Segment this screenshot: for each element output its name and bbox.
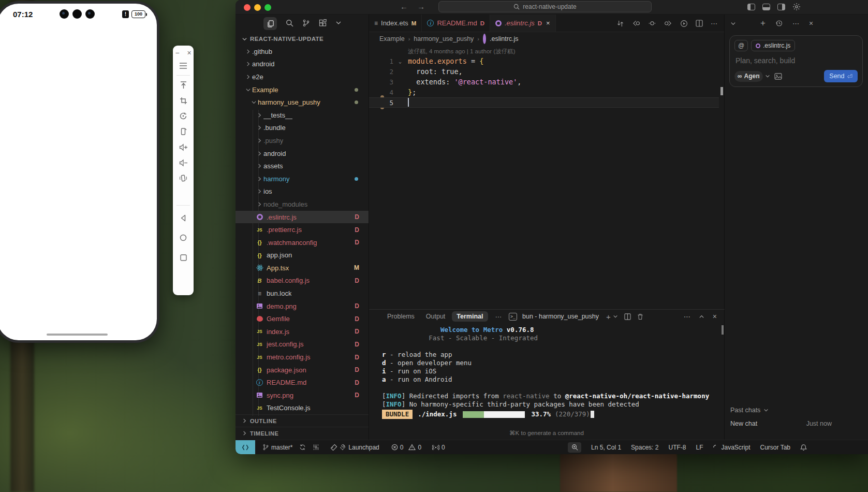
compare-changes-icon[interactable] (616, 20, 624, 27)
rotate-ccw-icon[interactable] (176, 108, 190, 124)
breadcrumb-item[interactable]: Example (379, 35, 405, 42)
breadcrumb-item[interactable]: harmony_use_pushy (414, 35, 474, 42)
language-mode-item[interactable]: JavaScript (713, 444, 750, 451)
editor-scrollbar[interactable] (720, 87, 723, 95)
chat-input-box[interactable]: @ .eslintrc.js Plan, search, build ∞ Age… (729, 35, 863, 87)
close-chat-panel-icon[interactable]: × (809, 19, 813, 27)
nav-home-icon[interactable] (176, 230, 190, 245)
menu-icon[interactable] (176, 58, 190, 74)
code-line-3[interactable]: 3 extends: '@react-native', (369, 77, 719, 87)
eol-item[interactable]: LF (696, 444, 703, 451)
panel-more-actions-icon[interactable]: ⋯ (684, 313, 690, 321)
split-terminal-icon[interactable] (624, 313, 631, 320)
cursor-tab-item[interactable]: Cursor Tab (760, 444, 790, 451)
chevron-down-icon[interactable] (730, 21, 736, 26)
tree-folder-android[interactable]: android (236, 147, 369, 160)
fold-icon[interactable]: ⌄ (395, 59, 405, 64)
tree-file-.watchmanconfig[interactable]: {}.watchmanconfigD (236, 236, 369, 249)
toggle-sidebar-icon[interactable] (747, 4, 755, 10)
rotate-screen-icon[interactable] (176, 124, 190, 139)
toggle-secondary-sidebar-icon[interactable] (777, 4, 785, 10)
indentation-item[interactable]: Spaces: 2 (631, 444, 658, 451)
nav-recents-icon[interactable] (176, 250, 190, 265)
maximize-panel-icon[interactable] (699, 314, 704, 320)
command-center-search[interactable]: react-native-update (438, 1, 652, 12)
nav-back-icon[interactable] (176, 210, 190, 226)
search-view-icon[interactable] (286, 19, 293, 28)
tree-folder-ios[interactable]: ios (236, 185, 369, 198)
tree-folder-.github[interactable]: .github (236, 45, 369, 58)
sidebar-section-timeline[interactable]: TIMELINE (236, 427, 369, 439)
tree-folder-e2e[interactable]: e2e (236, 70, 369, 83)
gear-icon[interactable] (792, 3, 801, 11)
history-forward-icon[interactable]: → (417, 2, 425, 11)
context-file-chip[interactable]: .eslintrc.js (751, 40, 795, 51)
history-icon[interactable] (775, 20, 783, 27)
tree-folder-.pushy[interactable]: .pushy (236, 134, 369, 147)
cursor-position-item[interactable]: Ln 5, Col 1 (591, 444, 621, 451)
history-back-icon[interactable]: ← (400, 2, 408, 11)
tree-file-jest.config.js[interactable]: JSjest.config.jsD (236, 338, 369, 351)
tune-icon[interactable] (313, 444, 319, 451)
tree-folder-Example[interactable]: Example (236, 83, 369, 96)
tree-folder-__tests__[interactable]: __tests__ (236, 109, 369, 122)
terminal-scrollbar[interactable] (722, 325, 724, 335)
tree-file-Gemfile[interactable]: GemfileD (236, 312, 369, 325)
tree-file-TestConsole.js[interactable]: JSTestConsole.js (236, 402, 369, 415)
tree-file-.eslintrc.js[interactable]: .eslintrc.jsD (236, 211, 369, 224)
agent-mode-selector[interactable]: ∞ Agent (734, 71, 763, 82)
source-control-view-icon[interactable] (302, 19, 310, 28)
ports-item[interactable]: 0 (432, 444, 445, 451)
tree-file-index.js[interactable]: JSindex.jsD (236, 325, 369, 338)
tree-file-bun.lock[interactable]: ≡bun.lock (236, 287, 369, 300)
remote-indicator[interactable] (236, 440, 255, 454)
run-file-icon[interactable] (680, 20, 688, 27)
shake-device-icon[interactable] (176, 170, 190, 186)
explorer-root-header[interactable]: REACT-NATIVE-UPDATE (236, 33, 369, 45)
sidebar-section-outline[interactable]: OUTLINE (236, 414, 369, 427)
tree-file-babel.config.js[interactable]: Bbabel.config.jsD (236, 274, 369, 287)
tree-folder-harmony[interactable]: harmony (236, 172, 369, 185)
new-chat-icon[interactable]: + (760, 18, 766, 28)
tree-folder-assets[interactable]: assets (236, 160, 369, 172)
previous-change-icon[interactable] (632, 20, 641, 27)
split-editor-icon[interactable] (696, 20, 703, 27)
volume-up-icon[interactable] (176, 139, 190, 155)
minimize-icon[interactable]: − (174, 49, 181, 57)
terminal-output[interactable]: Welcome to Metro v0.76.8 Fast - Scalable… (369, 326, 724, 419)
past-chats-header[interactable]: Past chats (730, 407, 769, 414)
panel-tab-terminal[interactable]: Terminal (452, 311, 488, 322)
send-button[interactable]: Send ⏎ (824, 70, 858, 82)
tree-file-metro.config.js[interactable]: JSmetro.config.jsD (236, 351, 369, 364)
tree-file-demo.png[interactable]: demo.pngD (236, 300, 369, 313)
tree-file-app.json[interactable]: {}app.json (236, 249, 369, 262)
zoom-window-button[interactable] (264, 4, 271, 11)
close-window-button[interactable] (244, 4, 251, 11)
problems-item[interactable]: 0 0 (391, 444, 421, 451)
tree-folder-.bundle[interactable]: .bundle (236, 122, 369, 135)
code-line-5[interactable]: 5 (369, 97, 719, 108)
chevron-down-icon[interactable] (765, 74, 770, 79)
volume-down-icon[interactable] (176, 155, 190, 170)
editor-tab-README.md[interactable]: iREADME.mdD (422, 15, 490, 32)
tree-file-.prettierrc.js[interactable]: JS.prettierrc.jsD (236, 223, 369, 236)
tree-file-package.json[interactable]: {}package.jsonD (236, 364, 369, 377)
code-editor[interactable]: 波仔糕, 4 months ago | 1 author (波仔糕) 1⌄mod… (369, 46, 724, 309)
current-change-icon[interactable] (649, 20, 656, 27)
tree-file-App.tsx[interactable]: App.tsxM (236, 262, 369, 274)
tree-folder-harmony_use_pushy[interactable]: harmony_use_pushy (236, 96, 369, 109)
code-line-1[interactable]: 1⌄module.exports = { (369, 56, 719, 66)
tree-folder-node_modules[interactable]: node_modules (236, 198, 369, 211)
sync-icon[interactable] (299, 444, 306, 451)
code-line-2[interactable]: 2 root: true, (369, 66, 719, 77)
encoding-item[interactable]: UTF-8 (668, 444, 686, 451)
git-branch-item[interactable]: master* (262, 444, 292, 451)
bell-icon[interactable] (800, 444, 807, 451)
launchpad-item[interactable]: Launchpad (330, 444, 379, 451)
editor-tab-.eslintrc.js[interactable]: .eslintrc.jsD× (490, 15, 556, 32)
zoom-indicator[interactable] (568, 442, 581, 453)
upload-icon[interactable] (176, 77, 190, 93)
emulator-screen[interactable]: 07:12 ! 100 (0, 4, 157, 340)
attach-image-icon[interactable] (774, 73, 782, 80)
editor-tab-Index.ets[interactable]: ≡Index.etsM (369, 15, 422, 32)
